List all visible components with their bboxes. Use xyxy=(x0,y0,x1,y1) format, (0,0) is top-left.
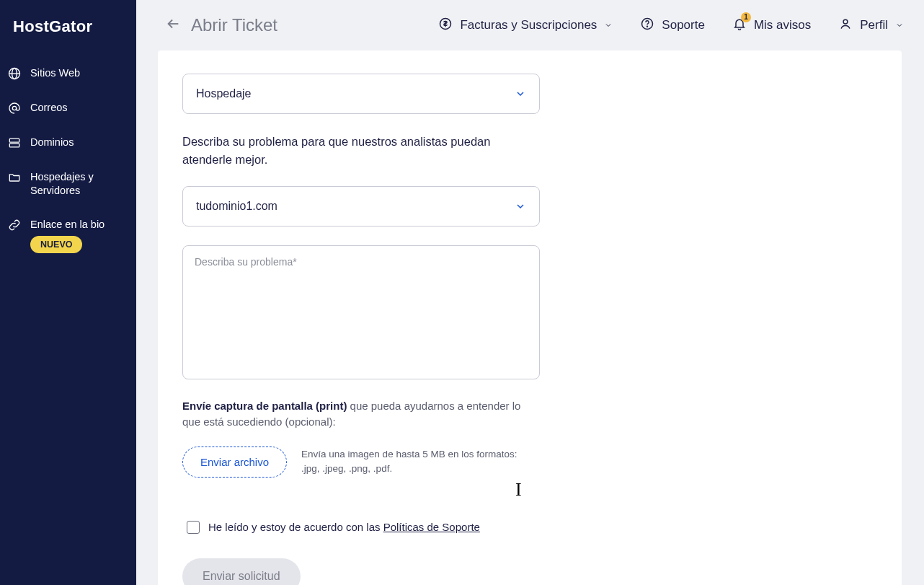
topbar-support[interactable]: Soporte xyxy=(640,17,705,35)
chevron-down-icon xyxy=(515,201,526,212)
link-icon xyxy=(7,218,22,232)
sidebar-item-label: Dominios xyxy=(30,136,128,149)
sidebar-item-label: Sitios Web xyxy=(30,66,128,80)
new-badge: NUEVO xyxy=(30,236,82,253)
globe-icon xyxy=(7,66,22,81)
at-icon xyxy=(7,101,22,115)
main-panel: Hospedaje Describa su problema para que … xyxy=(158,50,902,585)
notice-count-badge: 1 xyxy=(741,12,751,22)
sidebar-item-label: Enlace en la bio NUEVO xyxy=(30,218,128,253)
server-icon xyxy=(7,136,22,150)
sidebar-item-hosting[interactable]: Hospedajes y Servidores xyxy=(0,160,136,208)
select-value: tudominio1.com xyxy=(196,200,277,213)
topbar-label: Mis avisos xyxy=(754,18,811,32)
agree-text: He leído y estoy de acuerdo con las Polí… xyxy=(208,521,480,533)
topbar: Abrir Ticket Facturas y Suscripciones So… xyxy=(136,0,924,50)
form-instructions: Describa su problema para que nuestros a… xyxy=(182,133,540,169)
sidebar-item-emails[interactable]: Correos xyxy=(0,91,136,126)
policy-link[interactable]: Políticas de Soporte xyxy=(383,521,480,533)
sidebar-item-linkbio[interactable]: Enlace en la bio NUEVO xyxy=(0,208,136,263)
sidebar-item-label: Correos xyxy=(30,101,128,115)
sidebar-item-sites[interactable]: Sitios Web xyxy=(0,56,136,91)
submit-button[interactable]: Enviar solicitud xyxy=(182,558,301,586)
svg-point-10 xyxy=(843,19,848,24)
topbar-profile[interactable]: Perfil xyxy=(838,17,904,35)
topbar-notices[interactable]: 1 Mis avisos xyxy=(732,17,811,35)
topbar-label: Soporte xyxy=(662,18,705,32)
help-icon xyxy=(640,17,654,35)
domain-select[interactable]: tudominio1.com xyxy=(182,186,540,226)
chevron-down-icon xyxy=(895,21,904,30)
svg-point-9 xyxy=(647,26,648,27)
category-select[interactable]: Hospedaje xyxy=(182,74,540,114)
chevron-down-icon xyxy=(515,88,526,100)
svg-point-3 xyxy=(12,106,16,110)
folder-icon xyxy=(7,170,22,185)
topbar-label: Perfil xyxy=(860,18,888,32)
agree-row: He leído y estoy de acuerdo con las Polí… xyxy=(182,521,567,534)
upload-file-button[interactable]: Enviar archivo xyxy=(182,447,287,478)
sidebar: HostGator Sitios Web Correos Dominios xyxy=(0,0,136,585)
upload-hint: Envía una imagen de hasta 5 MB en los fo… xyxy=(301,447,517,475)
chevron-down-icon xyxy=(604,21,613,30)
sidebar-item-label: Hospedajes y Servidores xyxy=(30,170,128,198)
screenshot-instructions: Envíe captura de pantalla (print) que pu… xyxy=(182,398,540,431)
sidebar-item-domains[interactable]: Dominios xyxy=(0,126,136,160)
topbar-billing[interactable]: Facturas y Suscripciones xyxy=(438,17,613,35)
user-icon xyxy=(838,17,853,35)
select-value: Hospedaje xyxy=(196,87,252,100)
problem-textarea[interactable] xyxy=(182,245,540,379)
agree-checkbox[interactable] xyxy=(187,521,200,534)
topbar-label: Facturas y Suscripciones xyxy=(460,18,597,32)
dollar-icon xyxy=(438,17,453,35)
page-title: Abrir Ticket xyxy=(191,15,277,35)
back-arrow-icon[interactable] xyxy=(165,16,181,35)
bell-icon: 1 xyxy=(732,17,747,35)
svg-rect-5 xyxy=(9,144,19,147)
svg-rect-4 xyxy=(9,138,19,142)
brand-logo: HostGator xyxy=(0,13,136,56)
